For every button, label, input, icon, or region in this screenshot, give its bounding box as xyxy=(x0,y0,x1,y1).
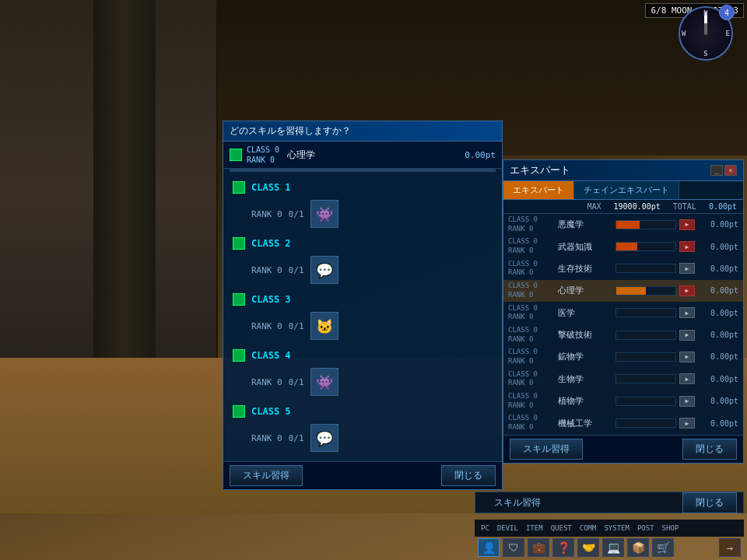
expert-class-col-2: CLASS 0 RANK 0 xyxy=(508,260,555,278)
nav-post[interactable]: POST xyxy=(634,523,658,534)
expert-skill-row-3[interactable]: CLASS 0 RANK 0 心理学 ▶ 0.00pt xyxy=(503,280,743,302)
expert-skill-bar-8 xyxy=(615,397,676,406)
expert-skill-btn-9[interactable]: ▶ xyxy=(679,418,695,429)
expert-rank-label-5: RANK 0 xyxy=(508,335,555,345)
class-5-header: CLASS 5 xyxy=(233,405,493,418)
nav-comm[interactable]: COMM xyxy=(577,523,600,534)
expert-skill-name-9: 機械工学 xyxy=(558,418,612,429)
expert-skill-row-0[interactable]: CLASS 0 RANK 0 悪魔学 ▶ 0.00pt xyxy=(503,214,743,236)
class-4-icon: 👾 xyxy=(310,368,338,396)
hud-icon-comm[interactable]: 🤝 xyxy=(577,538,599,557)
expert-close-button[interactable]: × xyxy=(724,165,737,176)
hud-icon-quest[interactable]: ❓ xyxy=(552,538,574,557)
class-3-rank-label: RANK 0 xyxy=(251,321,282,331)
expert-class-col-6: CLASS 0 RANK 0 xyxy=(508,348,555,366)
class-4-progress: 0/1 xyxy=(289,377,304,387)
hud-icon-post[interactable]: 📦 xyxy=(627,538,649,557)
skill-class-item-4[interactable]: CLASS 4 RANK 0 0/1 👾 xyxy=(223,346,502,402)
class-2-header: CLASS 2 xyxy=(233,237,493,250)
bottom-close-button[interactable]: 閉じる xyxy=(682,492,737,513)
expert-skill-row-6[interactable]: CLASS 0 RANK 0 鉱物学 ▶ 0.00pt xyxy=(503,346,743,368)
expert-class-label-8: CLASS 0 xyxy=(508,392,555,401)
expert-learn-button[interactable]: スキル習得 xyxy=(510,439,583,460)
expert-tabs: エキスパート チェインエキスパート xyxy=(503,181,743,200)
expert-skill-fill-0 xyxy=(616,221,640,229)
expert-class-label-1: CLASS 0 xyxy=(508,237,555,247)
nav-shop[interactable]: SHOP xyxy=(659,523,682,534)
expert-skill-bar-1 xyxy=(615,242,676,251)
hud-icon-devil[interactable]: 🛡 xyxy=(503,538,524,557)
class-badge-selected xyxy=(230,149,242,161)
expert-skill-bar-7 xyxy=(615,374,676,383)
expert-skill-btn-8[interactable]: ▶ xyxy=(679,396,695,407)
expert-skill-name-8: 植物学 xyxy=(558,395,612,407)
expert-skill-btn-4[interactable]: ▶ xyxy=(679,307,695,318)
expert-rank-label-2: RANK 0 xyxy=(508,268,555,278)
nav-quest[interactable]: QUEST xyxy=(548,523,575,534)
expert-class-label-4: CLASS 0 xyxy=(508,304,555,313)
hud-icon-pc[interactable]: 👤 xyxy=(478,538,500,557)
expert-skill-row-4[interactable]: CLASS 0 RANK 0 医学 ▶ 0.00pt xyxy=(503,303,743,324)
stats-total-value: 0.00pt xyxy=(709,202,737,211)
tab-chain-expert[interactable]: チェインエキスパート xyxy=(574,181,679,199)
expert-class-col-1: CLASS 0 RANK 0 xyxy=(508,237,555,255)
expert-minimize-button[interactable]: _ xyxy=(710,165,723,176)
nav-devil[interactable]: DEVIL xyxy=(494,523,521,534)
expert-rank-label-0: RANK 0 xyxy=(508,225,555,234)
skill-class-item-2[interactable]: CLASS 2 RANK 0 0/1 💬 xyxy=(223,234,502,290)
expert-skill-btn-0[interactable]: ▶ xyxy=(679,219,695,230)
expert-skill-pts-8: 0.00pt xyxy=(698,397,738,405)
expert-skill-row-8[interactable]: CLASS 0 RANK 0 植物学 ▶ 0.00pt xyxy=(503,390,743,412)
expert-rank-label-6: RANK 0 xyxy=(508,357,555,366)
skill-window-title: どのスキルを習得しますか？ xyxy=(223,121,502,142)
nav-pc[interactable]: PC xyxy=(478,523,493,534)
expert-skill-row-5[interactable]: CLASS 0 RANK 0 撃破技術 ▶ 0.00pt xyxy=(503,324,743,346)
expert-skill-row-9[interactable]: CLASS 0 RANK 0 機械工学 ▶ 0.00pt xyxy=(503,412,743,434)
hud-icon-extra[interactable]: → xyxy=(719,538,741,557)
expert-class-label-6: CLASS 0 xyxy=(508,348,555,357)
expert-skill-bar-5 xyxy=(615,331,676,340)
hud-icon-system[interactable]: 💻 xyxy=(602,538,624,557)
expert-skill-pts-9: 0.00pt xyxy=(698,419,738,428)
expert-class-label-5: CLASS 0 xyxy=(508,326,555,335)
expert-skill-btn-3[interactable]: ▶ xyxy=(679,285,695,296)
hud-icon-shop[interactable]: 🛒 xyxy=(652,538,674,557)
expert-close-button-bottom[interactable]: 閉じる xyxy=(682,439,737,460)
expert-skill-btn-1[interactable]: ▶ xyxy=(679,241,695,252)
expert-class-col-8: CLASS 0 RANK 0 xyxy=(508,392,555,410)
expert-skill-btn-6[interactable]: ▶ xyxy=(679,352,695,362)
class-info-selected: CLASS 0 RANK 0 xyxy=(247,145,279,165)
expert-skill-name-3: 心理学 xyxy=(558,285,612,296)
class-3-header: CLASS 3 xyxy=(233,293,493,306)
expert-skill-pts-2: 0.00pt xyxy=(698,264,738,273)
nav-item[interactable]: ITEM xyxy=(523,523,546,534)
expert-class-col-7: CLASS 0 RANK 0 xyxy=(508,370,555,388)
expert-skill-row-2[interactable]: CLASS 0 RANK 0 生存技術 ▶ 0.00pt xyxy=(503,258,743,280)
expert-skill-btn-5[interactable]: ▶ xyxy=(679,330,695,341)
expert-skill-pts-4: 0.00pt xyxy=(698,309,738,317)
skill-class-list: CLASS 1 RANK 0 0/1 👾 CLASS 2 RANK 0 0/1 … xyxy=(223,173,502,461)
skill-class-item-3[interactable]: CLASS 3 RANK 0 0/1 🐱 xyxy=(223,290,502,346)
class-5-rank-label: RANK 0 xyxy=(251,433,282,443)
expert-skill-row-1[interactable]: CLASS 0 RANK 0 武器知識 ▶ 0.00pt xyxy=(503,236,743,257)
skill-learn-button[interactable]: スキル習得 xyxy=(230,465,303,486)
expert-skill-row-7[interactable]: CLASS 0 RANK 0 生物学 ▶ 0.00pt xyxy=(503,369,743,390)
expert-skill-name-5: 撃破技術 xyxy=(558,329,612,341)
expert-rank-label-7: RANK 0 xyxy=(508,379,555,388)
selected-skill-pts: 0.00pt xyxy=(465,150,496,160)
expert-skill-name-2: 生存技術 xyxy=(558,263,612,275)
nav-system[interactable]: SYSTEM xyxy=(601,523,633,534)
class-2-progress: 0/1 xyxy=(289,265,304,275)
hud-icon-item[interactable]: 💼 xyxy=(528,538,549,557)
expert-skill-pts-5: 0.00pt xyxy=(698,331,738,339)
skill-window-footer: スキル習得 閉じる xyxy=(223,461,502,489)
class-4-label: CLASS 4 xyxy=(251,350,291,361)
expert-skill-btn-2[interactable]: ▶ xyxy=(679,263,695,274)
expert-class-label-0: CLASS 0 xyxy=(508,215,555,225)
skill-close-button[interactable]: 閉じる xyxy=(441,465,496,486)
tab-expert[interactable]: エキスパート xyxy=(503,181,574,199)
expert-skill-btn-7[interactable]: ▶ xyxy=(679,373,695,384)
skill-class-item-1[interactable]: CLASS 1 RANK 0 0/1 👾 xyxy=(223,178,502,234)
skill-class-item-5[interactable]: CLASS 5 RANK 0 0/1 💬 xyxy=(223,402,502,458)
class-3-label: CLASS 3 xyxy=(251,294,291,305)
